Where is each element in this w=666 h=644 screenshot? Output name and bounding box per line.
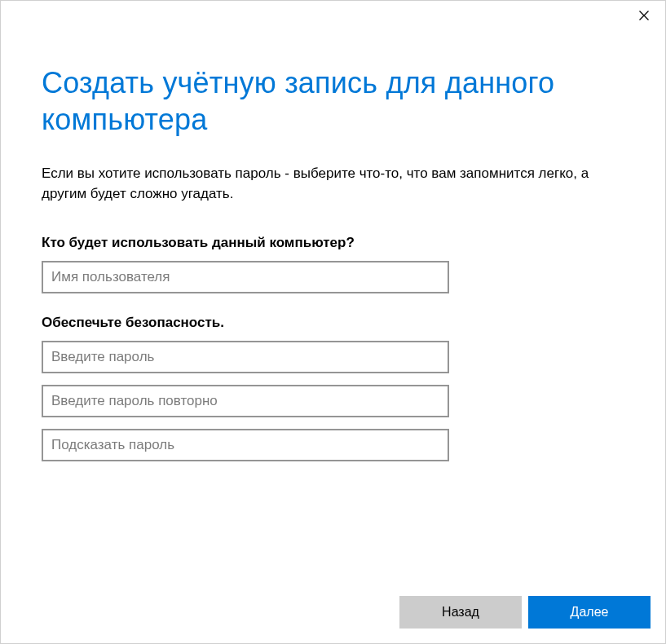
user-section-label: Кто будет использовать данный компьютер? (42, 235, 624, 251)
password-field[interactable] (42, 341, 449, 373)
security-section-label: Обеспечьте безопасность. (42, 315, 624, 331)
page-title: Создать учётную запись для данного компь… (42, 64, 624, 138)
close-icon (639, 11, 649, 20)
close-button[interactable] (633, 4, 655, 27)
dialog-footer: Назад Далее (399, 596, 651, 629)
security-section: Обеспечьте безопасность. (42, 315, 624, 461)
password-hint-field[interactable] (42, 429, 449, 461)
next-button[interactable]: Далее (528, 596, 651, 629)
page-description: Если вы хотите использовать пароль - выб… (42, 164, 612, 204)
user-section: Кто будет использовать данный компьютер? (42, 235, 624, 293)
password-confirm-field[interactable] (42, 385, 449, 417)
username-field[interactable] (42, 261, 449, 293)
create-account-dialog: Создать учётную запись для данного компь… (0, 0, 666, 644)
dialog-content: Создать учётную запись для данного компь… (1, 1, 665, 461)
back-button[interactable]: Назад (399, 596, 522, 629)
